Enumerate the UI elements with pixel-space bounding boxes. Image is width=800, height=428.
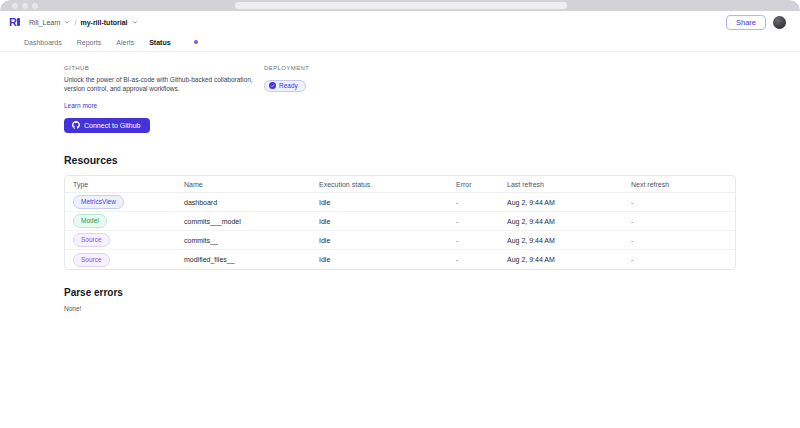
github-description: Unlock the power of BI-as-code with Gith… xyxy=(64,75,264,94)
app-header: R Rill_Learn / my-rill-tutorial Share xyxy=(0,11,800,33)
breadcrumb-project[interactable]: my-rill-tutorial xyxy=(80,19,127,26)
status-loading-dot xyxy=(194,40,199,45)
chevron-down-icon[interactable] xyxy=(132,19,138,25)
resources-table: Type Name Execution status Error Last re… xyxy=(64,175,736,270)
resource-name: commits___model xyxy=(176,218,311,225)
resource-name: commits__ xyxy=(176,237,311,244)
deployment-section-label: DEPLOYMENT xyxy=(264,65,309,71)
column-header-next-refresh: Next refresh xyxy=(623,181,735,188)
last-refresh: Aug 2, 9:44 AM xyxy=(499,237,623,244)
resources-table-header: Type Name Execution status Error Last re… xyxy=(65,176,735,193)
breadcrumb: Rill_Learn / my-rill-tutorial xyxy=(29,19,138,26)
execution-status: Idle xyxy=(311,256,448,263)
resource-name: modified_files__ xyxy=(176,256,311,263)
error-value: - xyxy=(448,237,499,244)
error-value: - xyxy=(448,218,499,225)
type-badge: Source xyxy=(73,253,110,267)
maximize-window-icon[interactable] xyxy=(32,3,38,9)
resources-title: Resources xyxy=(64,154,736,166)
rill-logo-letter: R xyxy=(9,17,16,27)
next-refresh: - xyxy=(623,218,735,225)
minimize-window-icon[interactable] xyxy=(22,3,28,9)
github-icon xyxy=(72,121,80,129)
table-row: Model commits___model Idle - Aug 2, 9:44… xyxy=(65,212,735,231)
learn-more-link[interactable]: Learn more xyxy=(64,102,97,109)
browser-window: R Rill_Learn / my-rill-tutorial Share Da… xyxy=(0,0,800,428)
column-header-name: Name xyxy=(176,181,311,188)
next-refresh: - xyxy=(623,237,735,244)
last-refresh: Aug 2, 9:44 AM xyxy=(499,218,623,225)
chevron-down-icon[interactable] xyxy=(64,19,70,25)
tab-alerts[interactable]: Alerts xyxy=(112,39,138,46)
last-refresh: Aug 2, 9:44 AM xyxy=(499,199,623,206)
column-header-execution-status: Execution status xyxy=(311,181,448,188)
next-refresh: - xyxy=(623,256,735,263)
last-refresh: Aug 2, 9:44 AM xyxy=(499,256,623,263)
parse-errors-value: None! xyxy=(64,305,736,312)
type-badge: Source xyxy=(73,233,110,247)
nav-tabs: Dashboards Reports Alerts Status xyxy=(0,33,800,52)
user-avatar[interactable] xyxy=(773,16,786,29)
breadcrumb-separator: / xyxy=(74,19,76,26)
deployment-status-label: Ready xyxy=(279,82,298,89)
rill-logo[interactable]: R xyxy=(9,17,20,27)
status-page-content: GITHUB Unlock the power of BI-as-code wi… xyxy=(0,52,800,312)
table-row: Source commits__ Idle - Aug 2, 9:44 AM - xyxy=(65,231,735,250)
error-value: - xyxy=(448,256,499,263)
tab-reports[interactable]: Reports xyxy=(73,39,106,46)
next-refresh: - xyxy=(623,199,735,206)
breadcrumb-org[interactable]: Rill_Learn xyxy=(29,19,61,26)
check-circle-icon xyxy=(269,82,276,89)
execution-status: Idle xyxy=(311,199,448,206)
github-section: GITHUB Unlock the power of BI-as-code wi… xyxy=(64,65,264,133)
error-value: - xyxy=(448,199,499,206)
column-header-error: Error xyxy=(448,181,499,188)
column-header-type: Type xyxy=(65,181,176,188)
deployment-status-badge: Ready xyxy=(264,80,306,92)
resource-name: dashboard xyxy=(176,199,311,206)
browser-chrome xyxy=(0,0,800,11)
type-badge: Model xyxy=(73,214,107,228)
connect-to-github-button[interactable]: Connect to Github xyxy=(64,118,150,133)
close-window-icon[interactable] xyxy=(12,3,18,9)
share-button[interactable]: Share xyxy=(726,15,766,30)
github-section-label: GITHUB xyxy=(64,65,264,71)
window-controls xyxy=(12,3,38,9)
connect-to-github-label: Connect to Github xyxy=(84,122,140,129)
tab-status[interactable]: Status xyxy=(145,39,174,46)
rill-logo-bar xyxy=(17,18,20,26)
table-row: Source modified_files__ Idle - Aug 2, 9:… xyxy=(65,250,735,269)
table-row: MetricsView dashboard Idle - Aug 2, 9:44… xyxy=(65,193,735,212)
url-bar[interactable] xyxy=(235,2,567,9)
column-header-last-refresh: Last refresh xyxy=(499,181,623,188)
execution-status: Idle xyxy=(311,218,448,225)
deployment-section: DEPLOYMENT Ready xyxy=(264,65,309,133)
parse-errors-title: Parse errors xyxy=(64,287,736,298)
tab-dashboards[interactable]: Dashboards xyxy=(20,39,66,46)
execution-status: Idle xyxy=(311,237,448,244)
type-badge: MetricsView xyxy=(73,195,124,209)
